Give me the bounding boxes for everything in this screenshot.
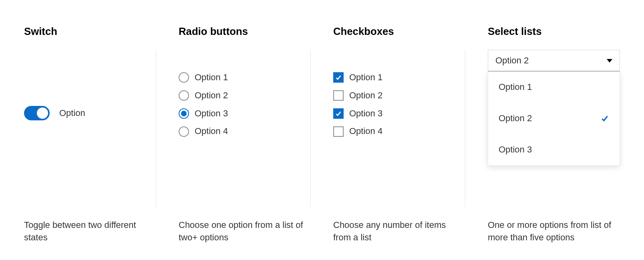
checkbox-label: Option 4 (349, 125, 382, 138)
check-icon (600, 114, 609, 123)
select-option[interactable]: Option 2 (488, 103, 620, 134)
switch-heading: Switch (24, 24, 156, 39)
switch-label: Option (59, 107, 85, 120)
radio-group: Option 1 Option 2 Option 3 Option 4 (179, 71, 310, 138)
radio-label: Option 1 (195, 71, 228, 84)
select-option[interactable]: Option 3 (488, 134, 620, 165)
checkbox-indicator-icon (333, 90, 344, 101)
checkbox-column: Checkboxes Option 1 Option 2 Opt (322, 24, 477, 244)
checkbox-option[interactable]: Option 3 (333, 108, 465, 120)
select-column: Select lists Option 2 Option 1 Option 2 (477, 24, 620, 244)
switch-toggle[interactable] (24, 106, 50, 120)
check-icon (335, 110, 342, 117)
select-option-label: Option 2 (499, 112, 532, 125)
radio-option[interactable]: Option 1 (179, 71, 310, 84)
radio-option[interactable]: Option 4 (179, 125, 310, 138)
switch-description: Toggle between two different states (24, 207, 156, 244)
radio-option[interactable]: Option 2 (179, 89, 310, 102)
radio-option[interactable]: Option 3 (179, 108, 310, 120)
chevron-down-icon (607, 59, 612, 63)
radio-indicator-icon (179, 108, 189, 119)
switch-knob (37, 108, 48, 119)
radio-label: Option 2 (195, 89, 228, 102)
radio-label: Option 3 (195, 108, 228, 120)
switch-column: Switch Option Toggle between two differe… (24, 24, 167, 244)
radio-column: Radio buttons Option 1 Option 2 Option 3 (167, 24, 322, 244)
checkbox-label: Option 2 (349, 89, 382, 102)
radio-label: Option 4 (195, 125, 228, 138)
checkbox-indicator-icon (333, 108, 344, 119)
select-trigger[interactable]: Option 2 (488, 50, 620, 71)
checkbox-group: Option 1 Option 2 Option 3 Option 4 (333, 71, 465, 138)
select-description: One or more options from list of more th… (488, 207, 620, 244)
radio-indicator-icon (179, 126, 189, 137)
select-list: Option 2 Option 1 Option 2 Option 3 (488, 50, 620, 166)
checkbox-option[interactable]: Option 1 (333, 71, 465, 84)
check-icon (335, 74, 342, 81)
checkbox-heading: Checkboxes (333, 24, 465, 39)
radio-indicator-icon (179, 90, 189, 101)
radio-description: Choose one option from a list of two+ op… (179, 207, 311, 244)
select-option-label: Option 1 (499, 81, 532, 93)
checkbox-label: Option 3 (349, 108, 382, 120)
checkbox-option[interactable]: Option 2 (333, 89, 465, 102)
checkbox-description: Choose any number of items from a list (333, 207, 465, 244)
checkbox-indicator-icon (333, 72, 344, 83)
select-selected-label: Option 2 (495, 55, 529, 67)
checkbox-option[interactable]: Option 4 (333, 125, 465, 138)
checkbox-indicator-icon (333, 126, 344, 137)
radio-heading: Radio buttons (179, 24, 311, 39)
select-option-label: Option 3 (499, 144, 532, 156)
select-dropdown: Option 1 Option 2 Option 3 (488, 71, 620, 166)
checkbox-label: Option 1 (349, 71, 382, 84)
radio-indicator-icon (179, 72, 189, 83)
select-option[interactable]: Option 1 (488, 71, 620, 103)
select-heading: Select lists (488, 24, 620, 39)
switch-row: Option (24, 106, 156, 120)
